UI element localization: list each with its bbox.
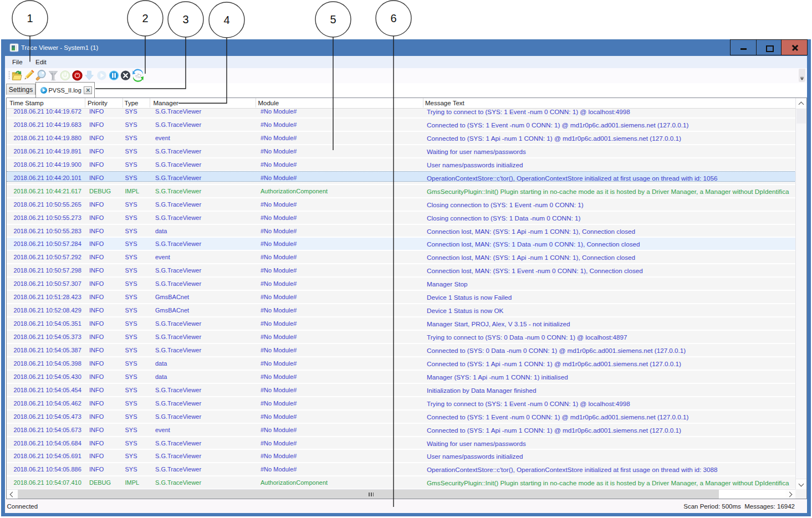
svg-text:1: 1 xyxy=(27,12,33,24)
svg-text:2: 2 xyxy=(142,12,148,24)
svg-text:6: 6 xyxy=(390,12,396,24)
svg-text:3: 3 xyxy=(182,13,188,25)
svg-text:5: 5 xyxy=(330,13,336,25)
svg-text:4: 4 xyxy=(223,14,229,26)
